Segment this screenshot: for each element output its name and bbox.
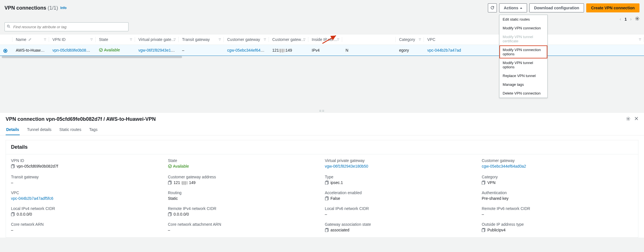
pager-page: 1 <box>625 17 627 21</box>
detail-field: Gateway association stateassociated <box>325 222 476 232</box>
detail-settings-icon[interactable] <box>626 117 630 122</box>
copy-icon[interactable] <box>482 180 486 185</box>
row-radio[interactable] <box>3 49 7 53</box>
create-vpn-button[interactable]: Create VPN connection <box>586 3 639 12</box>
detail-field: Transit gateway– <box>11 175 162 185</box>
detail-value: False <box>325 196 476 201</box>
detail-label: Customer gateway address <box>168 175 319 179</box>
detail-label: State <box>168 158 319 163</box>
detail-link[interactable]: cgw-05ebc344ef64ad0a2 <box>482 164 526 168</box>
download-config-button[interactable]: Download configuration <box>529 3 584 12</box>
tab-details[interactable]: Details <box>6 124 20 135</box>
check-circle-icon <box>168 164 172 168</box>
copy-icon[interactable] <box>11 212 15 216</box>
actions-menu-item[interactable]: Modify VPN connection options <box>499 45 547 58</box>
copy-icon[interactable] <box>168 212 172 216</box>
cell-vpn-id[interactable]: vpn-05cfd69fe0b082d7f <box>52 48 94 52</box>
detail-close-icon[interactable] <box>634 117 638 122</box>
col-select <box>0 34 12 45</box>
detail-value: cgw-05ebc344ef64ad0a2 <box>482 164 633 168</box>
split-handle[interactable]: == <box>0 109 644 113</box>
cell-tgw: – <box>179 45 224 56</box>
actions-menu-item[interactable]: Modify VPN tunnel options <box>499 58 547 71</box>
actions-button[interactable]: Actions <box>499 3 527 12</box>
detail-value: VPN <box>482 180 633 185</box>
detail-label: Category <box>482 175 633 179</box>
detail-value: vpc-044b2b7a47adf5fc6 <box>11 196 162 201</box>
detail-field: Outside IP address typePublicIpv4 <box>482 222 633 232</box>
tab-tags[interactable]: Tags <box>88 124 98 135</box>
detail-field: Remote IPv4 network CIDR0.0.0.0/0 <box>168 206 319 216</box>
copy-icon[interactable] <box>325 228 329 232</box>
detail-link[interactable]: vpc-044b2b7a47adf5fc6 <box>11 196 53 201</box>
detail-field: CategoryVPN <box>482 175 633 185</box>
detail-label: Transit gateway <box>11 175 162 179</box>
detail-field: Local IPv6 network CIDR– <box>325 206 476 216</box>
detail-field: VPCvpc-044b2b7a47adf5fc6 <box>11 190 162 201</box>
col-header[interactable]: Transit gateway▽ <box>179 34 224 45</box>
actions-menu-item[interactable]: Delete VPN connection <box>499 89 547 98</box>
detail-label: VPN ID <box>11 158 162 163</box>
detail-field: Customer gatewaycgw-05ebc344ef64ad0a2 <box>482 158 633 169</box>
col-header[interactable]: Customer gateway add...▽ <box>269 34 308 45</box>
col-header[interactable] <box>342 34 396 45</box>
detail-value: vgw-06f1f82943e180b50 <box>325 164 476 168</box>
search-input[interactable] <box>5 22 129 31</box>
col-header[interactable]: VPN ID▽ <box>49 34 96 45</box>
cell-state: Available <box>99 48 120 52</box>
cell-vgw[interactable]: vgw-06f1f82943e180b50 <box>138 48 179 52</box>
copy-icon[interactable] <box>482 228 486 232</box>
settings-icon[interactable] <box>635 16 639 22</box>
refresh-icon <box>490 6 495 10</box>
detail-value: PublicIpv4 <box>482 228 633 232</box>
annotation-arrow <box>321 33 338 45</box>
pager-next[interactable]: › <box>630 17 632 22</box>
detail-title: VPN connection vpn-05cfd69fe0b082d7f / A… <box>6 116 156 122</box>
copy-icon[interactable] <box>11 164 15 168</box>
detail-link[interactable]: vgw-06f1f82943e180b50 <box>325 164 368 168</box>
detail-field: RoutingStatic <box>168 190 319 201</box>
detail-value: 0.0.0.0/0 <box>11 212 162 216</box>
cell-cgw[interactable]: cgw-05ebc344ef64ad0a2 <box>227 48 269 52</box>
info-link[interactable]: Info <box>60 6 67 10</box>
detail-field: Core network attachment ARN– <box>168 222 319 232</box>
actions-menu-item[interactable]: Edit static routes <box>499 15 547 24</box>
detail-label: Core network ARN <box>11 222 162 227</box>
detail-field: VPN IDvpn-05cfd69fe0b082d7f <box>11 158 162 169</box>
detail-label: Core network attachment ARN <box>168 222 319 227</box>
col-header[interactable]: State▽ <box>96 34 135 45</box>
detail-field: Core network ARN– <box>11 222 162 232</box>
col-header[interactable]: Name ▽ <box>12 34 49 45</box>
cell-inside-ip: IPv4 <box>308 45 342 56</box>
cell-cgw-addr: 121▌▌149 <box>269 45 308 56</box>
copy-icon[interactable] <box>168 180 172 185</box>
detail-value: 0.0.0.0/0 <box>168 212 319 216</box>
cell-blank: N <box>342 45 396 56</box>
panel-heading: Details <box>6 140 638 154</box>
detail-value: – <box>482 212 633 216</box>
count-text: (1/1) <box>48 5 58 11</box>
col-header[interactable]: Category▽ <box>396 34 424 45</box>
actions-menu-item[interactable]: Replace VPN tunnel <box>499 71 547 80</box>
col-header[interactable]: Customer gateway▽ <box>224 34 269 45</box>
cell-vpc[interactable]: vpc-044b2b7a47ad <box>427 48 461 52</box>
detail-label: Local IPv4 network CIDR <box>11 206 162 211</box>
copy-icon[interactable] <box>325 180 329 185</box>
refresh-button[interactable] <box>488 3 497 12</box>
pager-prev[interactable]: ‹ <box>620 17 621 22</box>
tab-static-routes[interactable]: Static routes <box>59 124 82 135</box>
detail-value: vpn-05cfd69fe0b082d7f <box>11 164 162 168</box>
actions-menu-item[interactable]: Modify VPN connection <box>499 24 547 32</box>
detail-value: – <box>325 212 476 216</box>
actions-label: Actions <box>504 6 518 10</box>
actions-menu-item: Modify VPN tunnel certificate <box>499 32 547 45</box>
detail-value: 121 ▌▌ 149 <box>168 180 319 185</box>
copy-icon[interactable] <box>325 196 329 201</box>
detail-value: – <box>168 228 319 232</box>
tab-tunnel-details[interactable]: Tunnel details <box>26 124 52 135</box>
actions-menu-item[interactable]: Manage tags <box>499 80 547 89</box>
detail-field: Remote IPv6 network CIDR– <box>482 206 633 216</box>
col-header[interactable]: Virtual private gateway▽ <box>135 34 179 45</box>
detail-value: – <box>11 180 162 185</box>
actions-dropdown: Edit static routesModify VPN connectionM… <box>499 15 548 98</box>
